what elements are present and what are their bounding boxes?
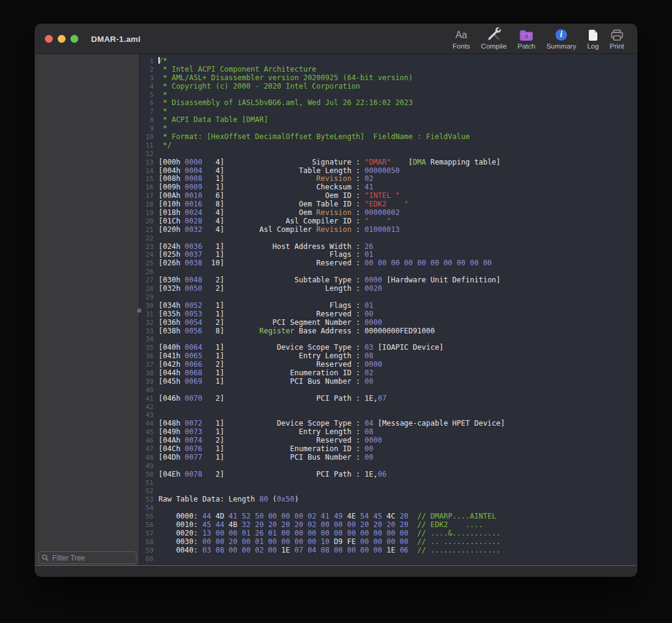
code-line[interactable]: * AML/ASL+ Disassembler version 20200925…	[158, 74, 637, 83]
code-line[interactable]: [038h 0056 8] Register Base Address : 00…	[158, 327, 637, 336]
window-title: DMAR-1.aml	[91, 35, 141, 44]
patch-icon	[519, 27, 534, 41]
code-line[interactable]	[158, 555, 637, 563]
code-lines[interactable]: /* * Intel ACPI Component Architecture *…	[157, 57, 637, 565]
filter-input[interactable]	[51, 553, 133, 563]
code-line[interactable]: 0030: 00 00 20 00 01 00 00 00 00 10 D9 F…	[158, 538, 637, 546]
code-line[interactable]: */	[158, 141, 637, 150]
log-icon	[589, 27, 597, 41]
code-line[interactable]	[158, 293, 637, 302]
code-line[interactable]: [041h 0065 1] Entry Length : 08	[158, 352, 637, 361]
code-line[interactable]	[158, 504, 637, 512]
code-line[interactable]: [040h 0064 1] Device Scope Type : 03 [IO…	[158, 344, 637, 352]
code-line[interactable]	[158, 150, 637, 158]
code-line[interactable]: * Format: [HexOffset DecimalOffset ByteL…	[158, 133, 637, 141]
filter-field[interactable]	[38, 551, 137, 564]
code-line[interactable]: * ACPI Data Table [DMAR]	[158, 116, 637, 124]
tree-sidebar	[35, 54, 139, 565]
code-line[interactable]: *	[158, 91, 637, 100]
code-line[interactable]: * Copyright (c) 2000 - 2020 Intel Corpor…	[158, 83, 637, 91]
code-line[interactable]: [024h 0036 1] Host Address Width : 26	[158, 243, 637, 251]
code-line[interactable]: [025h 0037 1] Flags : 01	[158, 251, 637, 259]
minimize-button[interactable]	[58, 35, 66, 43]
print-button[interactable]: Print	[604, 24, 630, 53]
code-line[interactable]	[158, 479, 637, 488]
compile-button[interactable]: Compile	[475, 24, 512, 53]
summary-icon: i	[555, 27, 567, 41]
toolbar: Aa Fonts Compile	[447, 24, 637, 53]
close-button[interactable]	[45, 35, 53, 43]
code-line[interactable]: [036h 0054 2] PCI Segment Number : 0000	[158, 319, 637, 327]
code-line[interactable]: [045h 0069 1] PCI Bus Number : 00	[158, 378, 637, 386]
code-line[interactable]: [04Ah 0074 2] Reserved : 0000	[158, 437, 637, 445]
print-icon	[611, 27, 623, 41]
patch-button[interactable]: Patch	[512, 24, 541, 53]
code-line[interactable]: 0020: 13 00 00 01 26 01 00 00 00 00 00 0…	[158, 529, 637, 538]
code-line[interactable]: 0000: 44 4D 41 52 50 00 00 00 02 41 49 4…	[158, 512, 637, 521]
code-line[interactable]: [048h 0072 1] Device Scope Type : 04 [Me…	[158, 420, 637, 428]
zoom-button[interactable]	[70, 35, 78, 43]
code-line[interactable]	[158, 411, 637, 420]
code-line[interactable]	[158, 268, 637, 276]
status-bar	[35, 565, 637, 576]
code-line[interactable]: 0010: 45 44 4B 32 20 20 20 20 02 00 00 0…	[158, 521, 637, 529]
code-line[interactable]: [044h 0068 1] Enumeration ID : 02	[158, 369, 637, 378]
code-line[interactable]: [034h 0052 1] Flags : 01	[158, 302, 637, 310]
code-line[interactable]: * Intel ACPI Component Architecture	[158, 66, 637, 74]
code-line[interactable]	[158, 487, 637, 495]
code-line[interactable]: [000h 0000 4] Signature : "DMAR" [DMA Re…	[158, 158, 637, 167]
code-line[interactable]: [046h 0070 2] PCI Path : 1E,07	[158, 395, 637, 403]
code-line[interactable]	[158, 403, 637, 412]
code-line[interactable]: [04Eh 0078 2] PCI Path : 1E,06	[158, 471, 637, 479]
splitter-handle[interactable]	[137, 308, 141, 313]
code-line[interactable]: [035h 0053 1] Reserved : 00	[158, 310, 637, 319]
code-line[interactable]: [04Dh 0077 1] PCI Bus Number : 00	[158, 454, 637, 462]
code-line[interactable]: [018h 0024 4] Oem Revision : 00000002	[158, 209, 637, 217]
code-line[interactable]: [049h 0073 1] Entry Length : 08	[158, 428, 637, 437]
code-line[interactable]: [032h 0050 2] Length : 0020	[158, 285, 637, 293]
code-line[interactable]: * Disassembly of iASL5bvBG6.aml, Wed Jul…	[158, 99, 637, 107]
code-line[interactable]	[158, 386, 637, 395]
app-window: DMAR-1.aml Aa Fonts Comp	[35, 24, 637, 576]
code-line[interactable]	[158, 234, 637, 243]
traffic-lights	[45, 35, 78, 43]
code-line[interactable]	[158, 462, 637, 471]
code-line[interactable]: /*	[158, 57, 637, 66]
fonts-button[interactable]: Aa Fonts	[447, 24, 476, 53]
code-line[interactable]: [00Ah 0010 6] Oem ID : "INTEL "	[158, 192, 637, 200]
line-numbers: 1234567891011121314151617181920212223242…	[140, 57, 157, 565]
code-line[interactable]: 0040: 03 08 00 00 02 00 1E 07 04 08 00 0…	[158, 546, 637, 555]
code-line[interactable]: [009h 0009 1] Checksum : 41	[158, 183, 637, 192]
code-line[interactable]: [01Ch 0028 4] Asl Compiler ID : " "	[158, 217, 637, 226]
code-line[interactable]: *	[158, 107, 637, 116]
code-line[interactable]: [004h 0004 4] Table Length : 00000050	[158, 167, 637, 175]
search-icon	[42, 554, 49, 561]
compile-icon	[486, 27, 501, 41]
code-line[interactable]: *	[158, 124, 637, 133]
code-line[interactable]: [008h 0008 1] Revision : 02	[158, 175, 637, 183]
summary-button[interactable]: i Summary	[541, 24, 582, 53]
code-line[interactable]: [030h 0048 2] Subtable Type : 0000 [Hard…	[158, 276, 637, 285]
code-line[interactable]: [026h 0038 10] Reserved : 00 00 00 00 00…	[158, 259, 637, 268]
fonts-icon: Aa	[455, 27, 467, 41]
log-button[interactable]: Log	[582, 24, 604, 53]
code-editor[interactable]: 1234567891011121314151617181920212223242…	[139, 54, 637, 565]
code-line[interactable]	[158, 335, 637, 344]
code-line[interactable]: Raw Table Data: Length 80 (0x50)	[158, 495, 637, 504]
code-line[interactable]: [042h 0066 2] Reserved : 0000	[158, 361, 637, 369]
code-line[interactable]: [020h 0032 4] Asl Compiler Revision : 01…	[158, 226, 637, 234]
main-body: 1234567891011121314151617181920212223242…	[35, 54, 637, 565]
title-bar: DMAR-1.aml Aa Fonts Comp	[35, 24, 637, 54]
code-line[interactable]: [010h 0016 8] Oem Table ID : "EDK2 "	[158, 200, 637, 209]
code-line[interactable]: [04Ch 0076 1] Enumeration ID : 00	[158, 445, 637, 454]
